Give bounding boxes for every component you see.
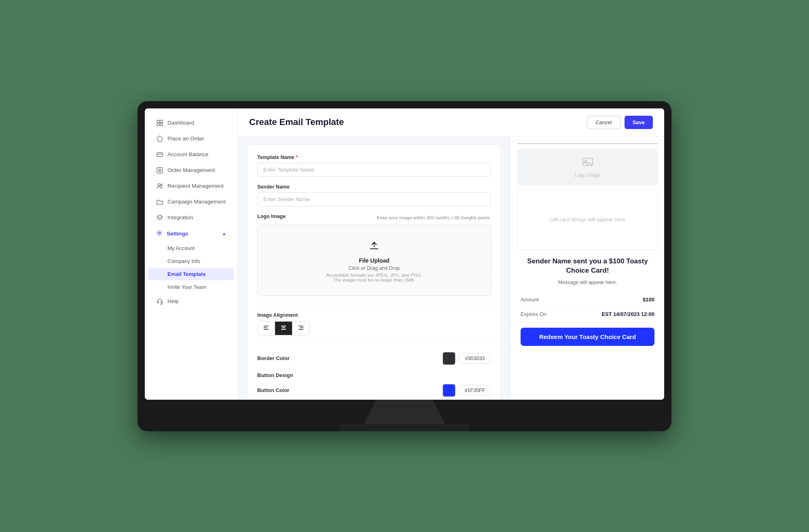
layers-icon (156, 214, 163, 221)
save-button[interactable]: Save (625, 116, 653, 129)
content-area: Template Name * Sender Name (238, 137, 664, 400)
border-color-row: Border Color #303033 (257, 352, 491, 365)
sidebar-item-label: Order Management (167, 167, 215, 173)
sidebar-sub-item-email-template[interactable]: Email Template (148, 268, 234, 280)
logo-section: Logo Image Keep your image within 360 (w… (257, 214, 491, 296)
sidebar-item-label: Place an Order (167, 136, 204, 142)
upload-title: File Upload (266, 257, 483, 264)
divider2 (257, 343, 491, 344)
upload-formats: Acceptable formats are JPEG, JPG, and PN… (266, 273, 483, 278)
expires-value: EST 14/07/2023 12:00 (601, 311, 654, 317)
sidebar: Dashboard Place an Order (145, 108, 238, 400)
upload-size: The image must be no larger than 1MB. (266, 278, 483, 282)
alignment-buttons (257, 321, 310, 335)
preview-amount-row: Amount $100 (521, 292, 654, 307)
divider (257, 304, 491, 304)
sidebar-item-place-order[interactable]: Place an Order (148, 131, 234, 146)
border-color-swatch[interactable] (443, 352, 455, 365)
folder-icon (156, 198, 163, 206)
amount-value: $100 (643, 297, 654, 303)
button-color-value: #1F35FF (459, 385, 491, 396)
svg-rect-2 (157, 123, 159, 126)
header-actions: Cancel Save (587, 116, 653, 129)
sender-name-label: Sender Name (257, 184, 491, 190)
svg-rect-0 (157, 120, 159, 123)
sidebar-item-label: Help (167, 298, 179, 304)
list-icon (156, 167, 163, 174)
alignment-label: Image Alignment (257, 312, 491, 318)
settings-label: Settings (167, 231, 188, 237)
preview-email-body: Sender Name sent you a $100 Toasty Choic… (517, 256, 658, 346)
align-right-button[interactable] (292, 322, 309, 335)
sidebar-item-settings[interactable]: Settings ▲ (148, 226, 234, 242)
svg-rect-3 (160, 123, 163, 126)
svg-rect-1 (160, 120, 163, 123)
form-card: Template Name * Sender Name (248, 145, 501, 400)
logo-hint: Keep your image within 360 (width) x 80 … (377, 215, 491, 220)
main-content: Create Email Template Cancel Save (238, 108, 664, 400)
form-panel: Template Name * Sender Name (238, 137, 510, 400)
file-upload-area[interactable]: File Upload Click or Drag and Drop Accep… (257, 225, 491, 296)
border-color-label: Border Color (257, 355, 290, 361)
sidebar-sub-item-my-account[interactable]: My Account (148, 242, 234, 254)
sidebar-item-label: Integration (167, 214, 193, 220)
sidebar-item-label: Dashboard (167, 120, 194, 126)
cancel-button[interactable]: Cancel (587, 116, 620, 129)
button-color-swatch[interactable] (443, 384, 455, 397)
settings-chevron: ▲ (222, 231, 226, 236)
credit-card-icon (156, 151, 163, 158)
grid-icon (156, 119, 163, 127)
preview-message: Message will appear here. (521, 280, 654, 285)
expires-label: Expires On (521, 311, 546, 317)
sidebar-sub-item-company-info[interactable]: Company Info (148, 255, 234, 267)
sidebar-item-help[interactable]: Help (148, 294, 234, 309)
sidebar-item-integration[interactable]: Integration (148, 210, 234, 225)
sidebar-item-recipient-management[interactable]: Recipient Management (148, 178, 234, 194)
border-color-value: #303033 (459, 353, 491, 364)
align-left-button[interactable] (258, 322, 275, 335)
logo-label-row: Logo Image Keep your image within 360 (w… (257, 214, 491, 222)
diamond-icon (156, 135, 163, 142)
svg-marker-13 (157, 215, 163, 218)
preview-expires-row: Expires On EST 14/07/2023 12:00 (521, 307, 654, 321)
sidebar-item-label: Campaign Management (167, 199, 226, 205)
svg-point-12 (161, 184, 162, 186)
upload-icon (266, 238, 483, 254)
amount-label: Amount (521, 297, 539, 303)
redeem-button[interactable]: Redeem Your Toasty Choice Card (521, 328, 654, 346)
button-color-picker: #1F35FF (443, 384, 491, 397)
sidebar-item-campaign-management[interactable]: Campaign Management (148, 194, 234, 210)
template-name-group: Template Name * (257, 155, 491, 177)
image-placeholder-icon (582, 156, 593, 170)
svg-point-14 (159, 232, 161, 234)
align-center-button[interactable] (275, 322, 292, 335)
sidebar-item-order-management[interactable]: Order Management (148, 163, 234, 178)
svg-rect-5 (157, 153, 163, 157)
template-name-input[interactable] (257, 163, 491, 177)
sender-name-group: Sender Name (257, 184, 491, 206)
sender-name-input[interactable] (257, 192, 491, 206)
headset-icon (156, 298, 163, 305)
monitor-base (340, 424, 469, 431)
sidebar-item-label: Account Balance (167, 151, 208, 157)
svg-rect-15 (157, 301, 159, 303)
preview-logo-text: Logo Image (575, 172, 600, 178)
svg-point-11 (158, 184, 160, 186)
page-title: Create Email Template (249, 117, 344, 127)
page-header: Create Email Template Cancel Save (238, 108, 664, 137)
svg-point-28 (585, 160, 587, 162)
sidebar-item-dashboard[interactable]: Dashboard (148, 115, 234, 131)
border-color-picker: #303033 (443, 352, 491, 365)
preview-headline: Sender Name sent you a $100 Toasty Choic… (521, 256, 654, 276)
sidebar-sub-item-invite-team[interactable]: Invite Your Team (148, 281, 234, 293)
svg-marker-4 (157, 136, 163, 142)
sidebar-item-label: Recipient Management (167, 183, 224, 189)
button-design-title: Button Design (257, 372, 491, 378)
preview-panel: Logo Image Gift card design will appear … (510, 137, 664, 400)
gift-card-placeholder-text: Gift card design will appear here (550, 216, 625, 223)
gear-icon (156, 230, 163, 237)
image-alignment-section: Image Alignment (257, 312, 491, 335)
monitor-stand (364, 400, 445, 424)
logo-image-label: Logo Image (257, 214, 286, 219)
sidebar-item-account-balance[interactable]: Account Balance (148, 147, 234, 162)
